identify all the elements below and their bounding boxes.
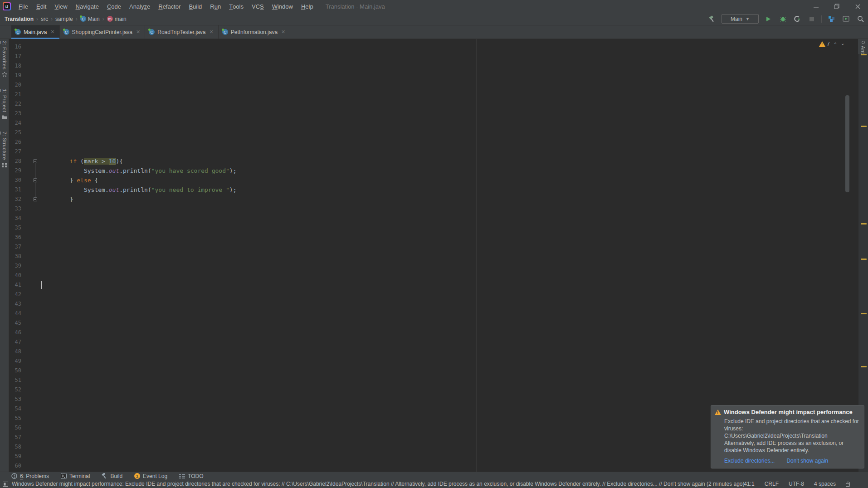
menu-item-vcs[interactable]: VCS bbox=[248, 0, 268, 13]
line-number[interactable]: 39 bbox=[9, 261, 21, 271]
fold-marker-icon[interactable] bbox=[33, 197, 37, 201]
warning-stripe-mark[interactable] bbox=[861, 126, 867, 127]
line-number[interactable]: 60 bbox=[9, 461, 21, 471]
line-number[interactable]: 52 bbox=[9, 385, 21, 395]
line-number[interactable]: 18 bbox=[9, 61, 21, 71]
line-number[interactable]: 40 bbox=[9, 271, 21, 280]
line-number[interactable]: 51 bbox=[9, 376, 21, 385]
search-everywhere-icon[interactable] bbox=[855, 14, 865, 24]
menu-item-window[interactable]: Window bbox=[268, 0, 297, 13]
menu-item-refactor[interactable]: Refactor bbox=[154, 0, 185, 13]
line-number[interactable]: 46 bbox=[9, 328, 21, 337]
restore-button[interactable] bbox=[826, 0, 847, 13]
line-number[interactable]: 41 bbox=[9, 280, 21, 290]
notification-action-exclude-directories-[interactable]: Exclude directories... bbox=[724, 458, 775, 464]
line-separator-widget[interactable]: CRLF bbox=[765, 481, 779, 487]
warning-stripe-mark[interactable] bbox=[861, 366, 867, 367]
build-hammer-icon[interactable] bbox=[707, 14, 717, 24]
tab-main-java[interactable]: CMain.java✕ bbox=[11, 25, 60, 39]
line-number[interactable]: 27 bbox=[9, 147, 21, 156]
sidebar-tab-favorites[interactable]: 2: Favorites bbox=[2, 41, 7, 77]
line-number[interactable]: 22 bbox=[9, 99, 21, 109]
inspection-widget[interactable]: 7 ⌃ ⌄ bbox=[819, 41, 844, 47]
line-number[interactable]: 32 bbox=[9, 195, 21, 204]
line-number[interactable]: 29 bbox=[9, 166, 21, 176]
indent-widget[interactable]: 4 spaces bbox=[814, 481, 836, 487]
sidebar-tab-project[interactable]: 1: Project bbox=[2, 89, 7, 119]
line-number[interactable]: 34 bbox=[9, 214, 21, 223]
line-number[interactable]: 57 bbox=[9, 433, 21, 442]
run-configuration-select[interactable]: Main ▼ bbox=[722, 14, 759, 24]
line-number[interactable]: 31 bbox=[9, 185, 21, 195]
ant-tool-window-tab[interactable]: Ant bbox=[858, 39, 868, 54]
line-number[interactable]: 20 bbox=[9, 80, 21, 90]
caret-position-widget[interactable]: 41:1 bbox=[744, 481, 754, 487]
breadcrumb-item-sample[interactable]: sample bbox=[55, 16, 73, 22]
line-number[interactable]: 58 bbox=[9, 442, 21, 452]
editor-scrollbar-thumb[interactable] bbox=[845, 95, 849, 192]
line-number[interactable]: 50 bbox=[9, 366, 21, 376]
menu-item-navigate[interactable]: Navigate bbox=[72, 0, 103, 13]
fold-marker-icon[interactable] bbox=[33, 159, 37, 163]
breadcrumb-project[interactable]: Translation bbox=[5, 16, 34, 22]
breadcrumb-item-main[interactable]: CMain bbox=[80, 16, 100, 22]
line-number[interactable]: 24 bbox=[9, 118, 21, 128]
line-number[interactable]: 42 bbox=[9, 290, 21, 299]
line-number[interactable]: 38 bbox=[9, 252, 21, 261]
line-number[interactable]: 48 bbox=[9, 347, 21, 356]
line-number[interactable]: 59 bbox=[9, 452, 21, 461]
line-number[interactable]: 54 bbox=[9, 404, 21, 414]
breadcrumb-item-src[interactable]: src bbox=[41, 16, 48, 22]
menu-item-edit[interactable]: Edit bbox=[32, 0, 50, 13]
line-number[interactable]: 43 bbox=[9, 299, 21, 309]
warning-stripe-mark[interactable] bbox=[861, 313, 867, 314]
line-number[interactable]: 30 bbox=[9, 176, 21, 185]
toolwindow-button-build[interactable]: Build bbox=[102, 473, 122, 479]
breadcrumb-item-main[interactable]: mmain bbox=[107, 16, 127, 22]
tab-close-icon[interactable]: ✕ bbox=[210, 29, 214, 35]
line-number[interactable]: 26 bbox=[9, 137, 21, 147]
toolwindow-button-todo[interactable]: TODO bbox=[179, 473, 203, 479]
status-message[interactable]: Windows Defender might impact performanc… bbox=[12, 481, 744, 487]
tool-window-switcher-icon[interactable] bbox=[3, 482, 8, 487]
menu-item-code[interactable]: Code bbox=[103, 0, 125, 13]
line-number[interactable]: 49 bbox=[9, 356, 21, 366]
tab-close-icon[interactable]: ✕ bbox=[281, 29, 285, 35]
line-number[interactable]: 16 bbox=[9, 42, 21, 52]
sidebar-tab-structure[interactable]: 7: Structure bbox=[2, 132, 7, 168]
menu-item-tools[interactable]: Tools bbox=[225, 0, 248, 13]
line-number[interactable]: 44 bbox=[9, 309, 21, 318]
line-number[interactable]: 35 bbox=[9, 223, 21, 233]
warning-stripe-mark[interactable] bbox=[861, 223, 867, 224]
stop-button[interactable] bbox=[807, 14, 817, 24]
line-number[interactable]: 45 bbox=[9, 318, 21, 328]
next-warning-chevron-down-icon[interactable]: ⌄ bbox=[841, 41, 844, 46]
run-tool-window-icon[interactable] bbox=[841, 14, 851, 24]
line-number[interactable]: 55 bbox=[9, 414, 21, 423]
prev-warning-chevron-up-icon[interactable]: ⌃ bbox=[834, 42, 837, 47]
menu-item-file[interactable]: File bbox=[15, 0, 32, 13]
menu-item-run[interactable]: Run bbox=[206, 0, 225, 13]
fold-marker-icon[interactable] bbox=[33, 178, 37, 182]
run-button[interactable] bbox=[763, 14, 773, 24]
line-number[interactable]: 21 bbox=[9, 90, 21, 99]
menu-item-help[interactable]: Help bbox=[297, 0, 317, 13]
line-number[interactable]: 23 bbox=[9, 109, 21, 118]
menu-item-analyze[interactable]: Analyze bbox=[125, 0, 154, 13]
line-number[interactable]: 17 bbox=[9, 52, 21, 61]
tab-roadtriptester-java[interactable]: CRoadTripTester.java✕ bbox=[145, 25, 219, 39]
run-with-coverage-button[interactable] bbox=[792, 14, 802, 24]
line-number[interactable]: 36 bbox=[9, 233, 21, 242]
tab-close-icon[interactable]: ✕ bbox=[50, 29, 54, 35]
toolwindow-button-event-log[interactable]: 1Event Log bbox=[134, 473, 167, 479]
line-number[interactable]: 33 bbox=[9, 204, 21, 214]
tool-windows-icon[interactable] bbox=[826, 14, 836, 24]
tab-close-icon[interactable]: ✕ bbox=[136, 29, 140, 35]
debug-button[interactable] bbox=[778, 14, 788, 24]
toolwindow-button-terminal[interactable]: Terminal bbox=[61, 473, 90, 479]
line-number[interactable]: 28 bbox=[9, 156, 21, 166]
minimize-button[interactable] bbox=[805, 0, 826, 13]
line-number[interactable]: 47 bbox=[9, 337, 21, 347]
tab-shoppingcartprinter-java[interactable]: CShoppingCartPrinter.java✕ bbox=[60, 25, 146, 39]
line-number[interactable]: 37 bbox=[9, 242, 21, 252]
